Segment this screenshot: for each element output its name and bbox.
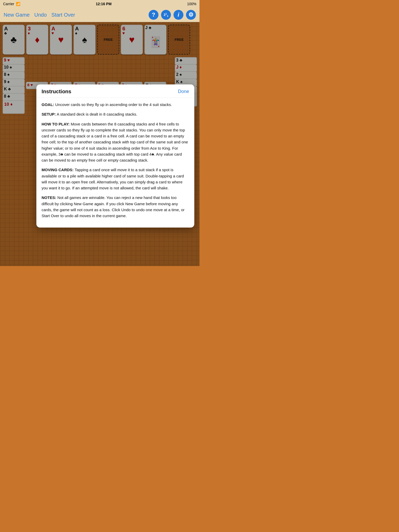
instructions-howtoplay: HOW TO PLAY: Move cards between the 8 ca…: [42, 121, 189, 163]
status-carrier: Carrier 📶: [3, 2, 20, 6]
new-game-button[interactable]: New Game: [4, 12, 30, 18]
instructions-body: GOAL: Uncover cards so they fly up in as…: [36, 98, 194, 228]
instructions-title: Instructions: [42, 89, 71, 95]
goal-heading: GOAL:: [42, 102, 54, 107]
score-button[interactable]: 213: [161, 10, 171, 20]
score-icon: 213: [164, 12, 168, 17]
nav-left-buttons: New Game Undo Start Over: [4, 12, 75, 18]
setup-text: A standard deck is dealt in 8 cascading …: [57, 112, 137, 116]
carrier-label: Carrier: [3, 2, 14, 6]
instructions-goal: GOAL: Uncover cards so they fly up in as…: [42, 102, 189, 108]
instructions-setup: SETUP: A standard deck is dealt in 8 cas…: [42, 111, 189, 117]
goal-text: Uncover cards so they fly up in ascendin…: [55, 102, 172, 107]
info-icon: i: [178, 11, 179, 18]
nav-bar: New Game Undo Start Over ? 213 i ⚙: [0, 8, 200, 22]
instructions-moving: MOVING CARDS: Tapping a card once will m…: [42, 167, 189, 191]
moving-heading: MOVING CARDS:: [42, 168, 74, 172]
status-bar: Carrier 📶 12:16 PM 100%: [0, 0, 200, 8]
done-button[interactable]: Done: [178, 89, 189, 94]
start-over-button[interactable]: Start Over: [51, 12, 75, 18]
info-button[interactable]: i: [174, 10, 183, 20]
nav-right-icons: ? 213 i ⚙: [149, 10, 196, 20]
instructions-header: Instructions Done: [36, 84, 194, 98]
instructions-panel: Instructions Done GOAL: Uncover cards so…: [36, 84, 194, 228]
setup-heading: SETUP:: [42, 112, 56, 116]
instructions-notes: NOTES: Not all games are winnable. You c…: [42, 195, 189, 219]
howtoplay-text: Move cards between the 8 cascading stack…: [42, 122, 188, 163]
wifi-icon: 📶: [16, 2, 20, 6]
status-time: 12:16 PM: [96, 2, 112, 6]
help-button[interactable]: ?: [149, 10, 158, 20]
settings-icon: ⚙: [188, 11, 194, 18]
howtoplay-heading: HOW TO PLAY:: [42, 122, 70, 126]
notes-text: Not all games are winnable. You can reje…: [42, 195, 184, 218]
notes-heading: NOTES:: [42, 195, 56, 200]
undo-button[interactable]: Undo: [34, 12, 47, 18]
settings-button[interactable]: ⚙: [186, 10, 196, 20]
battery-label: 100%: [187, 2, 196, 6]
game-area: A ♣ ♣ 3 ♦ ♦ A ♥ ♥ A ♠ ♠ FREE 6 ♥: [0, 22, 200, 266]
help-icon: ?: [152, 11, 155, 18]
